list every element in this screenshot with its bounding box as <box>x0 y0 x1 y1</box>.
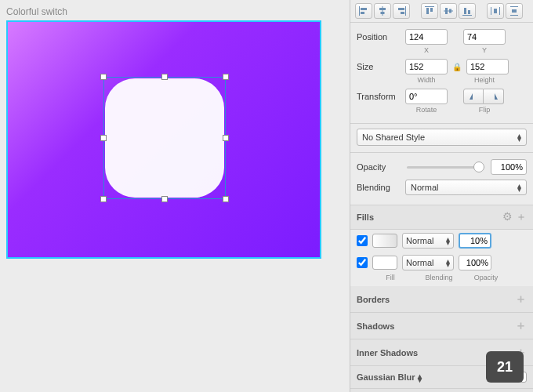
resize-handle-tl[interactable] <box>100 74 107 80</box>
artboard[interactable] <box>6 20 321 259</box>
svg-rect-18 <box>491 7 491 15</box>
svg-rect-3 <box>383 6 383 16</box>
geometry-section: Position XY Size 🔒 WidthHeight Transform… <box>350 23 533 124</box>
fill-row-0: Normal▴▾ <box>350 230 533 252</box>
fills-body: Normal▴▾ Normal▴▾ Fill Blending Opacity <box>350 230 533 286</box>
fill-blend-select[interactable]: Normal▴▾ <box>402 233 454 249</box>
shadows-panel[interactable]: Shadows ＋ <box>350 313 533 339</box>
align-right-icon[interactable] <box>393 3 410 19</box>
distribute-v-icon[interactable] <box>506 3 523 19</box>
blending-value: Normal <box>411 183 438 192</box>
svg-rect-1 <box>361 8 367 10</box>
selection-box <box>103 77 226 199</box>
resize-handle-tr[interactable] <box>223 74 229 80</box>
borders-title: Borders <box>357 295 390 304</box>
fills-header: Fills ⚙ ＋ <box>350 205 533 230</box>
svg-rect-16 <box>464 8 466 14</box>
blending-select[interactable]: Normal ▴▾ <box>405 180 527 195</box>
width-input[interactable] <box>405 59 448 74</box>
svg-rect-5 <box>381 12 385 14</box>
rotate-input[interactable] <box>405 89 448 104</box>
position-label: Position <box>357 32 401 42</box>
artboard-title: Colorful switch <box>6 6 350 17</box>
resize-handle-t[interactable] <box>161 74 168 80</box>
height-sublabel: Height <box>463 76 506 84</box>
shadows-title: Shadows <box>357 321 394 331</box>
add-border-icon[interactable]: ＋ <box>515 292 527 307</box>
opacity-sublabel: Opacity <box>470 274 502 281</box>
opacity-section: Opacity Blending Normal ▴▾ <box>350 153 533 205</box>
fill-swatch[interactable] <box>372 234 397 248</box>
style-section: No Shared Style ▴▾ <box>350 124 533 153</box>
resize-handle-r[interactable] <box>223 135 229 141</box>
distribute-h-icon[interactable] <box>487 3 504 19</box>
align-center-h-icon[interactable] <box>374 3 391 19</box>
fill-sublabel: Fill <box>372 274 408 281</box>
inspector-panel: Position XY Size 🔒 WidthHeight Transform… <box>350 0 533 392</box>
shared-style-value: No Shared Style <box>362 132 425 142</box>
inner-shadows-title: Inner Shadows <box>357 348 418 358</box>
svg-rect-19 <box>499 7 500 15</box>
position-y-input[interactable] <box>463 29 506 45</box>
svg-rect-8 <box>401 12 404 14</box>
svg-rect-0 <box>359 6 360 16</box>
svg-rect-11 <box>430 8 433 12</box>
stepper-icon: ▴▾ <box>517 183 521 191</box>
selection[interactable] <box>103 77 226 199</box>
svg-rect-6 <box>405 6 406 16</box>
lock-icon[interactable]: 🔒 <box>452 63 462 71</box>
rotate-sublabel: Rotate <box>405 106 448 114</box>
gblur-title: Gaussian Blur <box>357 372 415 382</box>
size-label: Size <box>357 62 401 71</box>
svg-rect-15 <box>462 15 472 16</box>
position-x-input[interactable] <box>405 29 448 45</box>
svg-rect-21 <box>510 6 518 7</box>
add-fill-icon[interactable]: ＋ <box>516 210 527 224</box>
height-input[interactable] <box>466 59 509 74</box>
align-toolbar <box>350 0 533 23</box>
svg-rect-2 <box>361 12 364 14</box>
svg-rect-10 <box>426 8 429 14</box>
fills-title: Fills <box>357 212 374 222</box>
fill-swatch[interactable] <box>372 256 397 270</box>
svg-rect-22 <box>510 15 518 16</box>
x-sublabel: X <box>405 46 448 54</box>
svg-rect-12 <box>444 11 453 12</box>
svg-rect-9 <box>425 6 434 7</box>
opacity-input[interactable] <box>491 159 527 175</box>
opacity-label: Opacity <box>357 162 401 172</box>
borders-panel[interactable]: Borders ＋ <box>350 286 533 313</box>
y-sublabel: Y <box>463 46 506 54</box>
fill-blend-select[interactable]: Normal▴▾ <box>402 255 454 270</box>
svg-rect-14 <box>449 9 451 13</box>
canvas-area: Colorful switch <box>0 0 350 392</box>
blending-label: Blending <box>357 183 401 192</box>
resize-handle-br[interactable] <box>223 196 229 202</box>
fill-opacity-input[interactable] <box>459 233 491 249</box>
resize-handle-bl[interactable] <box>100 196 107 202</box>
flip-horizontal-icon[interactable] <box>463 89 484 104</box>
add-shadow-icon[interactable]: ＋ <box>515 318 527 333</box>
resize-handle-b[interactable] <box>161 196 168 202</box>
resize-handle-l[interactable] <box>100 135 107 141</box>
shared-style-select[interactable]: No Shared Style ▴▾ <box>357 129 527 146</box>
svg-rect-4 <box>379 8 386 10</box>
align-bottom-icon[interactable] <box>459 3 476 19</box>
align-top-icon[interactable] <box>421 3 438 19</box>
opacity-slider[interactable] <box>407 162 484 172</box>
svg-rect-23 <box>512 9 517 13</box>
fill-opacity-input[interactable] <box>459 255 491 270</box>
svg-rect-13 <box>445 8 448 14</box>
fill-enable-checkbox[interactable] <box>357 235 368 246</box>
fill-enable-checkbox[interactable] <box>357 257 368 268</box>
step-badge: 21 <box>486 351 524 383</box>
svg-rect-17 <box>468 10 470 14</box>
flip-vertical-icon[interactable] <box>484 89 504 104</box>
align-left-icon[interactable] <box>355 3 372 19</box>
reflection-panel[interactable]: Reflection <box>350 389 533 392</box>
flip-sublabel: Flip <box>463 106 506 114</box>
width-sublabel: Width <box>405 76 448 84</box>
svg-rect-20 <box>494 9 497 13</box>
gear-icon[interactable]: ⚙ <box>502 210 513 224</box>
align-center-v-icon[interactable] <box>440 3 457 19</box>
